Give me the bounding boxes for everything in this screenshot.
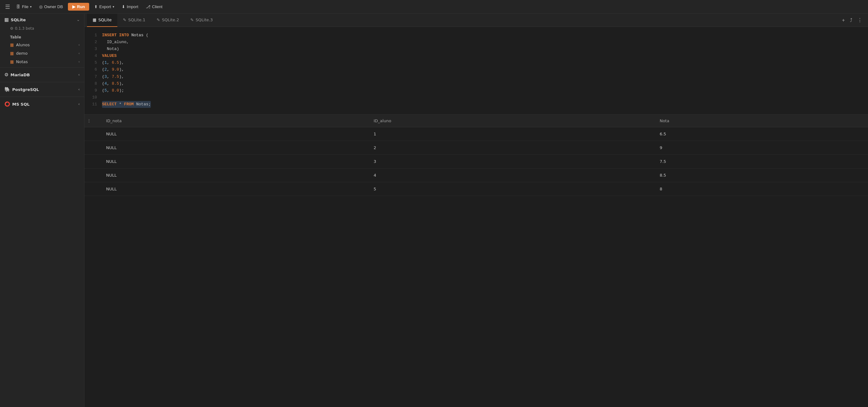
mariadb-chevron-icon: ‹ (78, 72, 80, 77)
table-row: NULL37.5 (85, 155, 868, 168)
export-chevron-icon: ▾ (113, 5, 114, 8)
cell-nota: 9 (652, 141, 868, 155)
code-line-8: 8 (4, 8.5), (88, 80, 864, 87)
mssql-chevron-icon: ‹ (78, 102, 80, 106)
sidebar-section-sqlite: ▦ SQLite ⌄ ⚙ 0.1.3 beta Table ▦ Alunos ‹… (0, 14, 84, 66)
alunos-table-icon: ▦ (10, 42, 14, 47)
cell-id-nota: NULL (99, 155, 366, 168)
cell-id-nota: NULL (99, 127, 366, 141)
sidebar-divider-2 (0, 82, 84, 82)
cell-id-nota: NULL (99, 182, 366, 196)
export-button[interactable]: ⬆ Export ▾ (92, 3, 117, 10)
menu-icon[interactable]: ☰ (4, 2, 11, 11)
table-group-label: Table (0, 33, 84, 41)
content-area: ▦ SQLite ✎ SQLite.1 ✎ SQLite.2 ✎ SQLite.… (85, 14, 868, 407)
code-line-3: 3 Nota) (88, 46, 864, 53)
code-text-3: Nota) (102, 46, 119, 53)
file-button[interactable]: 🗄 File ▾ (14, 3, 34, 10)
code-text-8: (4, 8.5), (102, 80, 124, 87)
cell-id-aluno: 5 (366, 182, 652, 196)
ownerdb-label: Owner DB (44, 4, 63, 9)
sidebar-item-notas[interactable]: ▦ Notas ‹ (0, 58, 84, 66)
import-label: Import (127, 4, 138, 9)
alunos-left: ▦ Alunos (10, 42, 30, 47)
import-button[interactable]: ⬇ Import (119, 3, 141, 10)
row-indicator (85, 127, 99, 141)
results-header-row: ⋮ ID_nota ID_aluno Nota (85, 115, 868, 127)
code-line-7: 7 (3, 7.5), (88, 73, 864, 80)
sidebar-section-mariadb: ⚙ MariaDB ‹ (0, 69, 84, 81)
tab-sqlite3[interactable]: ✎ SQLite.3 (185, 14, 218, 27)
tab-sqlite2[interactable]: ✎ SQLite.2 (151, 14, 185, 27)
code-text-2: ID_aluno, (102, 39, 129, 46)
mssql-icon: ⭕ (4, 101, 10, 107)
new-tab-button[interactable]: + (841, 16, 846, 24)
line-num-5: 5 (88, 59, 97, 66)
mssql-label: MS SQL (12, 102, 30, 107)
code-text-6: (2, 9.0), (102, 66, 124, 73)
results-table: ⋮ ID_nota ID_aluno Nota NULL16.5NULL29NU… (85, 115, 868, 196)
tab-sqlite[interactable]: ▦ SQLite (87, 14, 117, 27)
run-button[interactable]: ▶ Run (68, 3, 89, 11)
table-row: NULL48.5 (85, 168, 868, 182)
client-icon: ⎇ (146, 4, 151, 9)
sidebar-item-demo[interactable]: ▦ demo ‹ (0, 49, 84, 58)
sidebar-db-postgresql[interactable]: 🐘 PostgreSQL ‹ (0, 83, 84, 95)
code-line-10: 10 (88, 94, 864, 101)
cell-nota: 8 (652, 182, 868, 196)
sqlite-chevron-icon: ⌄ (77, 18, 80, 22)
code-line-11: 11 SELECT * FROM Notas; (88, 101, 864, 108)
mariadb-label: MariaDB (10, 72, 30, 77)
sidebar-db-sqlite[interactable]: ▦ SQLite ⌄ (0, 14, 84, 26)
col-indicator: ⋮ (85, 115, 99, 127)
ownerdb-icon: ◎ (39, 4, 42, 9)
row-indicator (85, 155, 99, 168)
alunos-label: Alunos (16, 42, 30, 47)
tab-sqlite1[interactable]: ✎ SQLite.1 (117, 14, 151, 27)
row-indicator (85, 182, 99, 196)
row-indicator (85, 168, 99, 182)
code-text-11: SELECT * FROM Notas; (102, 101, 151, 108)
cell-nota: 6.5 (652, 127, 868, 141)
share-tab-button[interactable]: ⤴ (848, 16, 854, 24)
sidebar-item-alunos[interactable]: ▦ Alunos ‹ (0, 41, 84, 49)
tab-sqlite2-label: SQLite.2 (162, 18, 179, 22)
cell-nota: 7.5 (652, 155, 868, 168)
cell-id-aluno: 1 (366, 127, 652, 141)
run-icon: ▶ (72, 4, 75, 9)
sidebar-divider-1 (0, 67, 84, 68)
tab-sqlite1-label: SQLite.1 (128, 18, 146, 22)
notas-left: ▦ Notas (10, 59, 28, 64)
postgresql-icon: 🐘 (4, 87, 10, 92)
more-options-button[interactable]: ⋮ (856, 16, 864, 24)
cell-nota: 8.5 (652, 168, 868, 182)
code-text-10 (102, 94, 104, 101)
import-icon: ⬇ (122, 4, 125, 9)
tab-sqlite3-label: SQLite.3 (195, 18, 213, 22)
tab-sqlite-label: SQLite (98, 18, 112, 22)
code-text-4: VALUES (102, 53, 117, 59)
code-line-2: 2 ID_aluno, (88, 39, 864, 46)
tab-sqlite2-icon: ✎ (156, 18, 160, 22)
cell-id-aluno: 4 (366, 168, 652, 182)
mssql-left: ⭕ MS SQL (4, 101, 30, 107)
client-button[interactable]: ⎇ Client (143, 3, 165, 10)
topbar: ☰ 🗄 File ▾ ◎ Owner DB ▶ Run ⬆ Export ▾ ⬇… (0, 0, 868, 14)
line-num-7: 7 (88, 73, 97, 80)
sidebar-db-mssql[interactable]: ⭕ MS SQL ‹ (0, 98, 84, 110)
col-id-aluno: ID_aluno (366, 115, 652, 127)
sidebar-db-mariadb[interactable]: ⚙ MariaDB ‹ (0, 69, 84, 81)
sidebar-section-postgresql: 🐘 PostgreSQL ‹ (0, 83, 84, 95)
code-editor[interactable]: 1 INSERT INTO Notas ( 2 ID_aluno, 3 Nota… (85, 27, 868, 114)
cell-id-nota: NULL (99, 141, 366, 155)
code-line-9: 9 (5, 8.0); (88, 87, 864, 94)
sidebar-db-sqlite-left: ▦ SQLite (4, 17, 26, 23)
ownerdb-button[interactable]: ◎ Owner DB (37, 3, 65, 10)
sqlite-version: ⚙ 0.1.3 beta (0, 26, 84, 33)
line-num-10: 10 (88, 94, 97, 101)
cell-id-nota: NULL (99, 168, 366, 182)
table-row: NULL16.5 (85, 127, 868, 141)
file-label: File (22, 4, 29, 9)
mariadb-icon: ⚙ (4, 72, 8, 77)
cell-id-aluno: 2 (366, 141, 652, 155)
